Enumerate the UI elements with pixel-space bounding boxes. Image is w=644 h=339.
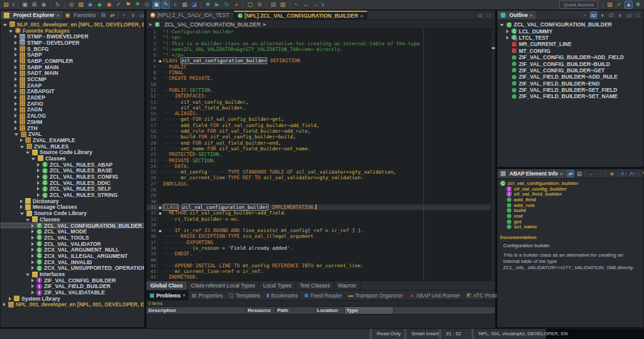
- resume-icon[interactable]: ↻: [223, 1, 231, 9]
- section-tab-local-types[interactable]: Local Types: [259, 281, 296, 290]
- data-preview-icon[interactable]: ▦: [180, 1, 189, 9]
- check-syntax-icon[interactable]: ◆: [96, 1, 104, 9]
- minimize-icon[interactable]: ▭: [625, 11, 633, 19]
- expand-arrow-icon[interactable]: [37, 175, 40, 179]
- edit-toggle-icon[interactable]: ✎: [162, 1, 170, 9]
- outline-item[interactable]: ZIF_VAL_CONFIG_BUILDER~ADD_FIELD: [497, 54, 643, 60]
- expand-arrow-icon[interactable]: [31, 284, 34, 288]
- column-header-path[interactable]: Path: [275, 307, 315, 314]
- collapse-arrow-icon[interactable]: [3, 24, 7, 26]
- collapse-all-icon[interactable]: ⊟: [99, 11, 107, 19]
- view-tab-templates[interactable]: ▢Templates: [226, 291, 263, 300]
- link-with-selection-icon[interactable]: ⇄: [567, 170, 574, 177]
- back-icon[interactable]: ←: [587, 170, 595, 177]
- run-abap-object-icon[interactable]: ⚑: [133, 1, 142, 9]
- abap-perspective-icon[interactable]: ✔: [615, 1, 623, 9]
- expand-arrow-icon[interactable]: [31, 230, 34, 233]
- expand-arrow-icon[interactable]: [37, 169, 40, 172]
- user-info-icon[interactable]: ☻: [608, 170, 616, 177]
- tree-item[interactable]: CZCL_VAL_RULES_BASE: [1, 168, 144, 174]
- expand-arrow-icon[interactable]: [14, 114, 17, 118]
- collapse-arrow-icon[interactable]: [26, 274, 30, 276]
- annotation-ruler[interactable]: [491, 29, 495, 281]
- quick-access-button[interactable]: Quick Access: [559, 1, 598, 9]
- editor-tab[interactable]: P[NPL] Z_FL_SALV_IDA_TEST: [147, 11, 234, 19]
- expand-arrow-icon[interactable]: [37, 193, 40, 197]
- new-wizard-icon[interactable]: ▤: [2, 1, 10, 9]
- outline-item[interactable]: CLCL_DUMMY: [497, 28, 643, 34]
- open-sap-gui-icon[interactable]: ◎: [67, 1, 75, 9]
- tree-item[interactable]: CZCL_VAL_RULES_ABAP: [1, 162, 144, 168]
- outline-tree[interactable]: CZCL_VAL_CONFIGURATION_BUILDERCLCL_DUMMY…: [497, 20, 643, 100]
- back-icon[interactable]: ←: [302, 1, 310, 9]
- tree-item[interactable]: Source Code Library: [1, 210, 144, 216]
- tab-favorites[interactable]: Favorites: [62, 11, 99, 19]
- tree-item[interactable]: Classes: [1, 216, 144, 223]
- tree-item[interactable]: Classes: [1, 155, 144, 162]
- tree-item[interactable]: CZCX_VAL_ILLEGAL_ARGUMENT: [1, 253, 144, 259]
- tree-item[interactable]: SABP_COMPILER: [1, 58, 144, 64]
- view-tab-feed-reader[interactable]: ▣Feed Reader: [301, 291, 345, 300]
- tree-item[interactable]: S_BCFG: [1, 46, 144, 52]
- expand-arrow-icon[interactable]: [31, 224, 34, 228]
- focus-icon[interactable]: ⌖: [581, 11, 589, 19]
- element-info-list[interactable]: Czcl_val_configuration_builderIzif_val_c…: [497, 179, 643, 230]
- expand-arrow-icon[interactable]: [37, 181, 40, 185]
- tree-item[interactable]: ZTH: [1, 125, 144, 131]
- expand-arrow-icon[interactable]: [31, 266, 34, 270]
- expand-arrow-icon[interactable]: [20, 205, 23, 209]
- collapse-arrow-icon[interactable]: [500, 24, 504, 26]
- minimize-icon[interactable]: ▭: [476, 11, 484, 19]
- outline-item[interactable]: ZIF_VAL_FIELD_BUILDER~END: [497, 81, 643, 87]
- element-info-item[interactable]: Czcl_val_configuration_builder: [497, 181, 643, 186]
- save-all-icon[interactable]: ⊞: [30, 1, 38, 9]
- close-icon[interactable]: ×: [530, 13, 533, 18]
- copy-icon[interactable]: ▤: [269, 1, 277, 9]
- tree-item[interactable]: ZVAL: [1, 131, 144, 137]
- outline-item[interactable]: ZIF_VAL_FIELD_BUILDER~ADD_RULE: [497, 74, 643, 80]
- collapse-arrow-icon[interactable]: [20, 146, 24, 148]
- tree-item[interactable]: IZIF_VAL_CONFIG_BUILDER: [1, 277, 144, 284]
- outline-item[interactable]: MT_CONFIG: [497, 48, 643, 54]
- open-in-new-view-icon[interactable]: ▤: [575, 170, 583, 177]
- expand-arrow-icon[interactable]: [31, 279, 34, 282]
- maximize-icon[interactable]: □: [485, 11, 492, 19]
- editor-tab[interactable]: C[NPL] ZCL_VAL_CONFIGURATION_BUILDER×: [234, 11, 368, 19]
- new-note-icon[interactable]: ▥: [279, 1, 287, 9]
- maximize-icon[interactable]: □: [634, 11, 641, 19]
- element-info-item[interactable]: end: [497, 213, 643, 219]
- current-perspective-icon[interactable]: ▲: [625, 1, 633, 9]
- tree-item[interactable]: Dictionary: [1, 198, 144, 204]
- tree-item[interactable]: SABP_MAIN: [1, 64, 144, 70]
- close-icon[interactable]: ×: [57, 13, 60, 18]
- previous-edit-location-icon[interactable]: ↖: [292, 1, 301, 9]
- collapse-arrow-icon[interactable]: [26, 219, 30, 221]
- tree-item[interactable]: CZCL_VAL_RULES_STRING: [1, 192, 144, 198]
- expand-arrow-icon[interactable]: [31, 248, 34, 252]
- expand-arrow-icon[interactable]: [14, 71, 17, 75]
- expand-arrow-icon[interactable]: [31, 260, 34, 264]
- expand-arrow-icon[interactable]: [14, 120, 17, 124]
- status-segment-1[interactable]: Smart Insert: [406, 329, 439, 339]
- new-dropdown-icon[interactable]: ∨: [11, 1, 15, 9]
- search-objects-icon[interactable]: ⊙: [255, 1, 264, 9]
- debug-perspective-icon[interactable]: ✱: [634, 1, 642, 9]
- problems-table-body[interactable]: [147, 314, 495, 329]
- status-segment-0[interactable]: Read-Only: [371, 329, 401, 339]
- tree-item[interactable]: ZABAPGIT: [1, 89, 144, 95]
- view-tab-abap-unit-runner[interactable]: ▲ABAP Unit Runner: [406, 291, 463, 300]
- tree-item[interactable]: ZAAP: [1, 82, 144, 89]
- tree-item[interactable]: NPL_001_developer_en [NPL, 001, DEVELOPE…: [1, 302, 144, 308]
- outline-item[interactable]: MR_CURRENT_LINE: [497, 41, 643, 47]
- tree-item[interactable]: Interfaces: [1, 271, 144, 277]
- tab-project-explorer[interactable]: Project Explorer ×: [1, 11, 62, 19]
- collapse-arrow-icon[interactable]: [9, 30, 13, 33]
- tree-item[interactable]: CZCX_VAL_UNSUPPORTED_OPERATION: [1, 265, 144, 272]
- expand-arrow-icon[interactable]: [14, 108, 17, 111]
- tree-item[interactable]: Message Classes: [1, 204, 144, 211]
- expand-arrow-icon[interactable]: [31, 236, 34, 240]
- tree-item[interactable]: CZCX_VAL_ARGUMENT_NULL: [1, 247, 144, 253]
- new-abap-object-icon[interactable]: ▨: [77, 1, 85, 9]
- section-tab-macros[interactable]: Macros: [335, 281, 360, 290]
- element-info-item[interactable]: Izif_val_field_builder: [497, 191, 643, 197]
